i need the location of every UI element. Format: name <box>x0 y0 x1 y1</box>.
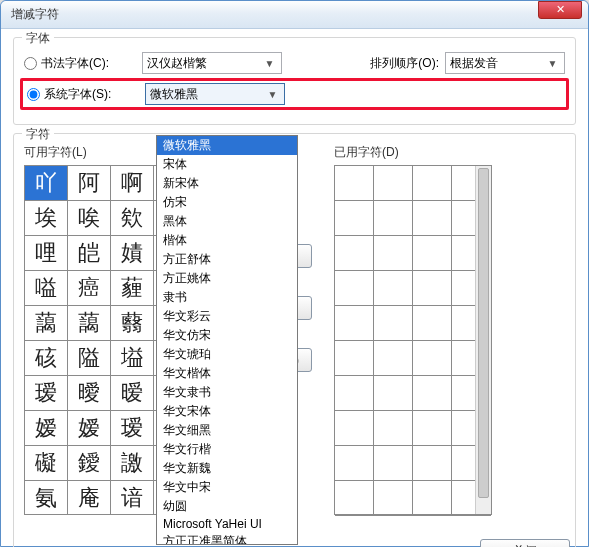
char-cell[interactable]: 蘙 <box>111 306 154 341</box>
char-cell[interactable]: 暧 <box>111 376 154 411</box>
char-cell-empty[interactable] <box>335 446 374 481</box>
char-cell[interactable]: 瑷 <box>111 411 154 446</box>
dropdown-item[interactable]: 华文宋体 <box>157 402 297 421</box>
char-cell-empty[interactable] <box>335 306 374 341</box>
dropdown-item[interactable]: 新宋体 <box>157 174 297 193</box>
char-cell-empty[interactable] <box>335 271 374 306</box>
char-cell-empty[interactable] <box>413 446 452 481</box>
char-cell-empty[interactable] <box>335 201 374 236</box>
dropdown-item[interactable]: 华文仿宋 <box>157 326 297 345</box>
char-cell[interactable]: 谙 <box>111 481 154 515</box>
char-cell-empty[interactable] <box>335 236 374 271</box>
char-cell[interactable]: 埃 <box>25 201 68 236</box>
close-icon[interactable] <box>538 1 582 19</box>
char-cell-empty[interactable] <box>374 166 413 201</box>
calligraphy-font-radio[interactable]: 书法字体(C): <box>24 55 134 72</box>
dropdown-item[interactable]: 方正正准黑简体 <box>157 532 297 545</box>
dropdown-item[interactable]: 华文行楷 <box>157 440 297 459</box>
calligraphy-font-value: 汉仪赵楷繁 <box>147 55 207 72</box>
char-cell[interactable]: 譤 <box>111 446 154 481</box>
dropdown-item[interactable]: 隶书 <box>157 288 297 307</box>
radio-system[interactable] <box>27 88 40 101</box>
char-cell-empty[interactable] <box>413 236 452 271</box>
char-cell-empty[interactable] <box>413 341 452 376</box>
dropdown-item[interactable]: 仿宋 <box>157 193 297 212</box>
scrollbar-thumb[interactable] <box>478 168 489 498</box>
system-font-radio[interactable]: 系统字体(S): <box>27 86 137 103</box>
font-legend: 字体 <box>22 30 54 47</box>
char-cell-empty[interactable] <box>374 201 413 236</box>
dropdown-item[interactable]: 方正姚体 <box>157 269 297 288</box>
sort-order-combo[interactable]: 根据发音 ▼ <box>445 52 565 74</box>
char-cell-empty[interactable] <box>413 481 452 516</box>
char-cell[interactable]: 嫒 <box>25 411 68 446</box>
char-cell[interactable]: 鑀 <box>68 446 111 481</box>
char-cell-empty[interactable] <box>374 446 413 481</box>
char-cell-empty[interactable] <box>374 236 413 271</box>
char-cell-empty[interactable] <box>413 166 452 201</box>
char-cell-empty[interactable] <box>335 376 374 411</box>
char-cell[interactable]: 皑 <box>68 236 111 271</box>
char-cell[interactable]: 礙 <box>25 446 68 481</box>
dropdown-item[interactable]: 华文隶书 <box>157 383 297 402</box>
char-cell-empty[interactable] <box>374 481 413 516</box>
dropdown-item[interactable]: 幼圆 <box>157 497 297 516</box>
char-cell[interactable]: 曖 <box>68 376 111 411</box>
char-cell[interactable]: 嫧 <box>111 236 154 271</box>
used-characters-grid[interactable] <box>334 165 492 515</box>
dropdown-item[interactable]: 黑体 <box>157 212 297 231</box>
char-cell[interactable]: 薶 <box>111 271 154 306</box>
char-cell[interactable]: 唉 <box>68 201 111 236</box>
char-cell[interactable]: 欸 <box>111 201 154 236</box>
dropdown-item[interactable]: Microsoft YaHei UI <box>157 516 297 532</box>
system-font-combo[interactable]: 微软雅黑 ▼ <box>145 83 285 105</box>
char-cell-empty[interactable] <box>374 411 413 446</box>
dropdown-item[interactable]: 宋体 <box>157 155 297 174</box>
dropdown-item[interactable]: 华文彩云 <box>157 307 297 326</box>
char-cell-empty[interactable] <box>374 341 413 376</box>
char-cell-empty[interactable] <box>374 306 413 341</box>
char-cell-empty[interactable] <box>413 411 452 446</box>
char-cell-empty[interactable] <box>413 201 452 236</box>
char-cell[interactable]: 阿 <box>68 166 111 201</box>
char-cell[interactable]: 嗌 <box>25 271 68 306</box>
char-cell[interactable]: 硋 <box>25 341 68 376</box>
char-cell[interactable]: 氨 <box>25 481 68 515</box>
char-cell-empty[interactable] <box>335 166 374 201</box>
char-cell-empty[interactable] <box>335 411 374 446</box>
close-button[interactable]: 关闭 <box>480 539 570 547</box>
char-cell[interactable]: 吖 <box>25 166 68 201</box>
char-cell[interactable]: 藹 <box>25 306 68 341</box>
char-cell[interactable]: 塧 <box>111 341 154 376</box>
system-label: 系统字体(S): <box>44 86 111 103</box>
chevron-down-icon: ▼ <box>545 58 560 69</box>
calligraphy-font-combo[interactable]: 汉仪赵楷繁 ▼ <box>142 52 282 74</box>
char-cell[interactable]: 藹 <box>68 306 111 341</box>
window-title: 增减字符 <box>7 6 538 23</box>
used-scrollbar[interactable] <box>475 166 491 514</box>
char-cell[interactable]: 啊 <box>111 166 154 201</box>
dropdown-item[interactable]: 方正舒体 <box>157 250 297 269</box>
dropdown-item[interactable]: 华文细黑 <box>157 421 297 440</box>
radio-calligraphy[interactable] <box>24 57 37 70</box>
dropdown-item[interactable]: 华文琥珀 <box>157 345 297 364</box>
char-cell[interactable]: 癌 <box>68 271 111 306</box>
char-cell-empty[interactable] <box>413 306 452 341</box>
dropdown-item[interactable]: 楷体 <box>157 231 297 250</box>
char-cell[interactable]: 瑷 <box>25 376 68 411</box>
char-cell[interactable]: 庵 <box>68 481 111 515</box>
dropdown-item[interactable]: 华文中宋 <box>157 478 297 497</box>
char-cell-empty[interactable] <box>335 481 374 516</box>
char-cell-empty[interactable] <box>335 341 374 376</box>
char-cell[interactable]: 嫒 <box>68 411 111 446</box>
dropdown-item[interactable]: 华文楷体 <box>157 364 297 383</box>
dropdown-item[interactable]: 华文新魏 <box>157 459 297 478</box>
system-font-dropdown-list[interactable]: 微软雅黑宋体新宋体仿宋黑体楷体方正舒体方正姚体隶书华文彩云华文仿宋华文琥珀华文楷… <box>156 135 298 545</box>
char-cell-empty[interactable] <box>413 376 452 411</box>
char-cell-empty[interactable] <box>374 376 413 411</box>
char-cell[interactable]: 隘 <box>68 341 111 376</box>
char-cell[interactable]: 哩 <box>25 236 68 271</box>
char-cell-empty[interactable] <box>374 271 413 306</box>
dropdown-item[interactable]: 微软雅黑 <box>157 136 297 155</box>
char-cell-empty[interactable] <box>413 271 452 306</box>
